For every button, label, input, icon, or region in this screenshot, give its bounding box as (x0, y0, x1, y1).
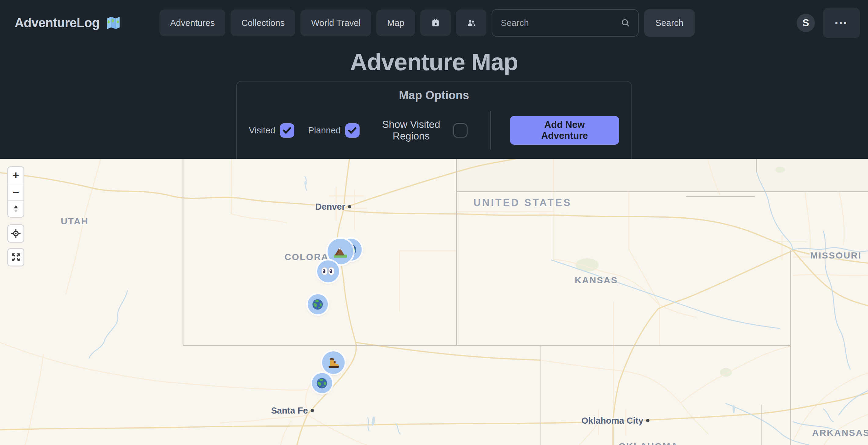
map-options-card: Map Options VisitedPlannedShow Visited R… (236, 81, 632, 163)
compass-icon (11, 204, 21, 214)
label-text: UNITED STATES (473, 197, 571, 208)
nav-item-adventures[interactable]: Adventures (159, 9, 226, 36)
state-label-kansas: KANSAS (575, 275, 618, 286)
adventure-marker-globe-emoji[interactable] (312, 373, 332, 393)
label-text: MISSOURI (810, 250, 862, 260)
label-text: Denver (315, 202, 345, 211)
zoom-out-button[interactable]: − (8, 184, 24, 200)
nav-item-world-travel[interactable]: World Travel (301, 9, 371, 36)
app-name: AdventureLog (14, 16, 100, 30)
search-icon (620, 18, 631, 28)
city-label-oklahoma-city: Oklahoma City (581, 416, 649, 426)
fullscreen-icon (11, 252, 21, 263)
options-divider (490, 111, 491, 150)
state-label-arkansas: ARKANSAS (812, 427, 868, 438)
toggle-label: Visited (249, 125, 275, 136)
city-dot (646, 419, 649, 422)
zoom-out-icon: − (12, 187, 19, 198)
mountain-emoji (333, 243, 348, 260)
state-label-utah: UTAH (61, 216, 88, 227)
search-input-wrap (492, 9, 639, 37)
city-label-denver: Denver (315, 202, 351, 211)
label-text: OKLAHOMA (619, 441, 679, 445)
city-label-santa-fe: Santa Fe (271, 406, 314, 416)
adventure-marker-eyes-emoji[interactable] (317, 260, 339, 282)
toggle-label: Show Visited Regions (374, 119, 448, 142)
label-text: ARKANSAS (812, 427, 868, 438)
city-dot (311, 409, 314, 412)
locate-button[interactable] (8, 225, 24, 242)
map-emoji-icon (105, 14, 122, 31)
overflow-menu-button[interactable]: ••• (823, 8, 860, 38)
map-zoom-controls: +− (7, 166, 24, 218)
fullscreen-button[interactable] (8, 249, 24, 266)
calendar-icon (431, 17, 440, 29)
label-text: KANSAS (575, 275, 618, 285)
locate-icon (11, 228, 21, 239)
map-options-heading: Map Options (249, 89, 619, 102)
search-input[interactable] (501, 18, 620, 28)
basemap-tiles (0, 159, 868, 445)
city-dot (348, 205, 351, 208)
zoom-in-button[interactable]: + (8, 167, 24, 184)
navbar-right: S ••• (797, 8, 860, 38)
toggle-visited[interactable]: Visited (249, 123, 294, 138)
toggle-show-visited-regions[interactable]: Show Visited Regions (374, 119, 468, 142)
add-new-adventure-button[interactable]: Add New Adventure (510, 116, 619, 145)
adventure-marker-globe-emoji[interactable] (308, 294, 328, 315)
checked-checkbox[interactable] (345, 123, 360, 138)
calendar-button[interactable] (420, 9, 451, 36)
map-locate-control (7, 224, 24, 243)
users-icon (467, 17, 476, 29)
app-root: AdventureLog AdventuresCollectionsWorld … (0, 0, 868, 445)
nav-search: Search (492, 9, 695, 37)
zoom-in-icon: + (12, 170, 19, 181)
nav-item-map[interactable]: Map (376, 9, 415, 36)
eyes-emoji (321, 264, 335, 278)
boot-emoji (326, 356, 340, 369)
avatar[interactable]: S (797, 14, 815, 32)
label-text: Oklahoma City (581, 416, 643, 426)
state-label-oklahoma: OKLAHOMA (619, 441, 679, 445)
globe-emoji (316, 377, 328, 389)
search-button[interactable]: Search (644, 9, 695, 37)
map-canvas[interactable]: UNITED STATESUTAHCOLORADOKANSASMISSOURIO… (0, 159, 868, 445)
country-label-united-states: UNITED STATES (473, 197, 571, 208)
label-text: Santa Fe (271, 406, 308, 416)
main-nav: AdventuresCollectionsWorld TravelMap (159, 9, 487, 36)
state-label-missouri: MISSOURI (810, 250, 862, 261)
toggle-planned[interactable]: Planned (308, 123, 360, 138)
map-options-row: VisitedPlannedShow Visited Regions Add N… (249, 111, 619, 150)
map-toggles: VisitedPlannedShow Visited Regions (249, 119, 468, 142)
globe-emoji (311, 298, 324, 311)
toggle-label: Planned (308, 125, 341, 136)
unchecked-checkbox[interactable] (453, 123, 468, 138)
compass-button[interactable] (8, 200, 24, 217)
label-text: UTAH (61, 216, 88, 226)
map-fullscreen-control (7, 248, 24, 266)
adventure-marker-boot-emoji[interactable] (322, 351, 345, 374)
checked-checkbox[interactable] (280, 123, 294, 138)
hero: Adventure Map Map Options VisitedPlanned… (0, 46, 868, 159)
page-title: Adventure Map (0, 48, 868, 76)
navbar: AdventureLog AdventuresCollectionsWorld … (0, 0, 868, 46)
app-logo[interactable]: AdventureLog (14, 14, 122, 31)
nav-item-collections[interactable]: Collections (230, 9, 295, 36)
users-button[interactable] (456, 9, 487, 36)
